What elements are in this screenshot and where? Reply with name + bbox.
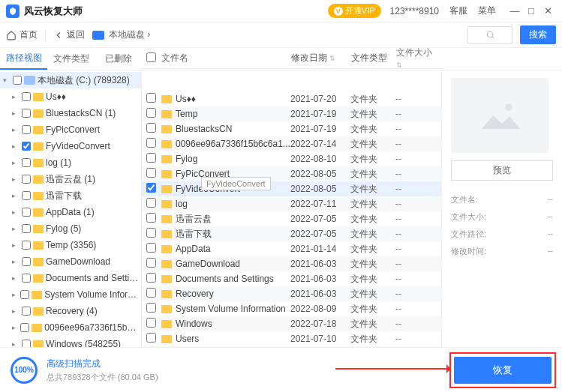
tree-checkbox[interactable]: [22, 125, 31, 134]
tree-checkbox[interactable]: [22, 92, 31, 101]
tree-item[interactable]: ▸System Volume Information (: [0, 286, 141, 303]
close-button[interactable]: ✕: [539, 5, 556, 16]
preview-button[interactable]: 预览: [451, 160, 553, 181]
file-checkbox[interactable]: [146, 138, 156, 148]
tree-checkbox[interactable]: [20, 323, 29, 332]
tree-item[interactable]: ▸log (1): [0, 154, 141, 171]
expand-icon[interactable]: ▸: [12, 274, 20, 282]
search-button[interactable]: 搜索: [520, 25, 556, 44]
tree-item[interactable]: ▸BluestacksCN (1): [0, 105, 141, 121]
tree-checkbox[interactable]: [22, 224, 31, 233]
tree-checkbox[interactable]: [22, 257, 31, 266]
expand-icon[interactable]: ▸: [12, 258, 20, 265]
tree-item[interactable]: ▸0096ee96a7336f15b6c6a193: [0, 319, 141, 336]
minimize-button[interactable]: —: [506, 5, 523, 16]
tree-checkbox[interactable]: [22, 274, 31, 283]
tree-checkbox[interactable]: [13, 76, 22, 85]
file-checkbox[interactable]: [146, 228, 156, 238]
file-checkbox[interactable]: [146, 333, 156, 343]
home-button[interactable]: 首页: [6, 28, 38, 41]
vip-button[interactable]: 开通VIP: [328, 4, 381, 18]
tab-deleted[interactable]: 已删除: [95, 48, 142, 70]
file-checkbox[interactable]: [146, 183, 156, 193]
file-row[interactable]: Fylog2022-08-10文件夹--: [142, 151, 441, 166]
file-row[interactable]: 迅雷下载2022-07-05文件夹--: [142, 226, 441, 241]
tree-item[interactable]: ▸Temp (3356): [0, 237, 141, 253]
file-checkbox[interactable]: [146, 258, 156, 268]
support-link[interactable]: 客服: [449, 4, 467, 17]
tree-checkbox[interactable]: [22, 142, 31, 151]
tree-item[interactable]: ▸迅雷下载: [0, 187, 141, 204]
expand-icon[interactable]: ▸: [12, 159, 20, 166]
expand-icon[interactable]: ▸: [12, 225, 20, 232]
column-size[interactable]: 文件大小: [396, 46, 437, 70]
file-checkbox[interactable]: [146, 273, 156, 283]
back-button[interactable]: 返回: [53, 28, 85, 41]
file-checkbox[interactable]: [146, 213, 156, 223]
tree-item[interactable]: ▸GameDownload: [0, 253, 141, 270]
tree-checkbox[interactable]: [22, 109, 31, 118]
file-checkbox[interactable]: [146, 168, 156, 178]
tree-item[interactable]: ▸FyPicConvert: [0, 121, 141, 138]
maximize-button[interactable]: □: [523, 5, 539, 16]
file-row[interactable]: Users2021-07-10文件夹--: [142, 331, 441, 346]
file-row[interactable]: Documents and Settings2021-06-03文件夹--: [142, 271, 441, 286]
expand-icon[interactable]: ▸: [12, 126, 20, 133]
file-checkbox[interactable]: [146, 288, 156, 298]
tree-item[interactable]: ▸FyVideoConvert: [0, 138, 141, 154]
file-checkbox[interactable]: [146, 108, 156, 118]
expand-icon[interactable]: ▸: [12, 307, 20, 315]
tree-checkbox[interactable]: [22, 208, 31, 217]
file-checkbox[interactable]: [146, 318, 156, 328]
expand-icon[interactable]: ▸: [12, 93, 20, 100]
expand-icon[interactable]: ▸: [12, 291, 18, 298]
file-row[interactable]: Us♦♦2021-07-20文件夹--: [142, 91, 441, 106]
file-row[interactable]: FyVideoConvert2022-08-05文件夹--: [142, 181, 441, 196]
tab-path[interactable]: 路径视图: [0, 48, 47, 70]
expand-icon[interactable]: ▸: [12, 340, 20, 347]
breadcrumb[interactable]: 本地磁盘 ›: [92, 28, 150, 41]
file-checkbox[interactable]: [146, 198, 156, 208]
tree-checkbox[interactable]: [22, 241, 31, 250]
tab-type[interactable]: 文件类型: [47, 48, 95, 70]
file-row[interactable]: AppData2021-01-14文件夹--: [142, 241, 441, 256]
file-row[interactable]: 迅雷云盘2022-07-05文件夹--: [142, 211, 441, 226]
tree-checkbox[interactable]: [22, 191, 31, 200]
menu-link[interactable]: 菜单: [478, 4, 496, 17]
tree-item[interactable]: ▸Us♦♦: [0, 88, 141, 105]
file-row[interactable]: FyPicConvert2022-08-05文件夹--: [142, 166, 441, 181]
file-row[interactable]: GameDownload2021-06-03文件夹--: [142, 256, 441, 271]
expand-icon[interactable]: ▾: [3, 76, 11, 84]
file-checkbox[interactable]: [146, 243, 156, 253]
file-row[interactable]: 0096ee96a7336f15b6c6a1...2022-07-14文件夹--: [142, 136, 441, 151]
file-checkbox[interactable]: [146, 123, 156, 133]
file-row[interactable]: Windows2022-07-18文件夹--: [142, 316, 441, 331]
file-checkbox[interactable]: [146, 93, 156, 103]
file-row[interactable]: BluestacksCN2021-07-19文件夹--: [142, 121, 441, 136]
file-row[interactable]: Recovery2021-06-03文件夹--: [142, 286, 441, 301]
tree-item[interactable]: ▸AppData (1): [0, 204, 141, 220]
tree-checkbox[interactable]: [22, 340, 31, 347]
column-type[interactable]: 文件类型: [351, 52, 396, 64]
tree-checkbox[interactable]: [22, 175, 31, 184]
tree-item[interactable]: ▸Recovery (4): [0, 303, 141, 319]
tree-checkbox[interactable]: [22, 158, 31, 167]
file-row[interactable]: Temp2021-07-19文件夹--: [142, 106, 441, 121]
tree-item[interactable]: ▸Documents and Settings: [0, 270, 141, 286]
select-all-checkbox[interactable]: [146, 52, 156, 62]
file-checkbox[interactable]: [146, 153, 156, 163]
expand-icon[interactable]: ▸: [12, 208, 20, 216]
expand-icon[interactable]: ▸: [12, 109, 20, 117]
expand-icon[interactable]: ▸: [12, 175, 20, 183]
expand-icon[interactable]: ▸: [12, 142, 20, 150]
tree-item[interactable]: ▸Fylog (5): [0, 220, 141, 237]
expand-icon[interactable]: ▸: [12, 324, 18, 331]
file-row[interactable]: log2022-07-11文件夹--: [142, 196, 441, 211]
recover-button[interactable]: 恢复: [454, 357, 551, 384]
tree-item[interactable]: ▾本地磁盘 (C:) (789328): [0, 72, 141, 88]
column-name[interactable]: 文件名: [161, 52, 291, 64]
tree-item[interactable]: ▸Windows (548255): [0, 336, 141, 347]
expand-icon[interactable]: ▸: [12, 241, 20, 249]
search-input[interactable]: [467, 26, 512, 44]
tree-checkbox[interactable]: [22, 307, 31, 316]
